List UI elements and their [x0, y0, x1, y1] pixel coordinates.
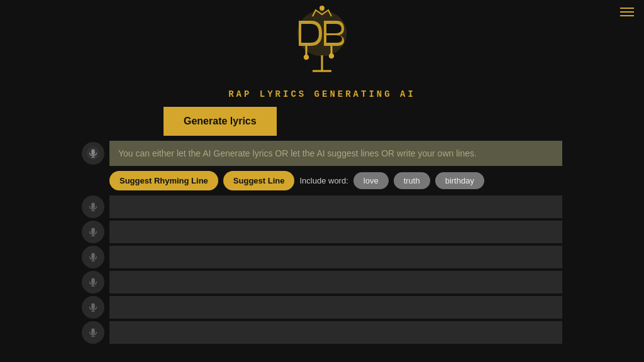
first-lyric-input[interactable] [109, 141, 562, 166]
word-tag-love[interactable]: love [353, 172, 389, 189]
app-subtitle: RAP LYRICS GENERATING AI [228, 89, 416, 99]
hamburger-menu[interactable] [620, 8, 634, 16]
svg-point-7 [319, 6, 325, 11]
lyric-rows [82, 195, 562, 344]
svg-rect-13 [91, 203, 95, 209]
svg-point-4 [330, 54, 333, 58]
first-input-row [82, 141, 562, 166]
lyric-input-7[interactable] [109, 321, 562, 344]
mic-icon-3 [82, 221, 104, 243]
header: RAP LYRICS GENERATING AI [0, 0, 644, 99]
lyric-input-2[interactable] [109, 195, 562, 218]
word-tag-birthday[interactable]: birthday [435, 172, 484, 189]
svg-rect-29 [91, 304, 95, 309]
include-word-label: Include word: [299, 176, 348, 185]
lyric-row [82, 321, 562, 344]
lyric-input-5[interactable] [109, 271, 562, 293]
svg-rect-25 [91, 278, 95, 284]
lyric-row [82, 221, 562, 243]
svg-rect-33 [91, 329, 95, 334]
hamburger-line-3 [620, 15, 634, 16]
mic-icon-6 [82, 296, 104, 319]
svg-rect-17 [91, 228, 95, 234]
suggest-rhyming-button[interactable]: Suggest Rhyming Line [109, 171, 218, 190]
svg-rect-21 [91, 253, 95, 259]
suggest-line-button[interactable]: Suggest Line [223, 171, 295, 190]
hamburger-line-2 [620, 11, 634, 13]
mic-icon-7 [82, 321, 104, 344]
generate-btn-wrapper: Generate lyrics [0, 107, 644, 136]
mic-icon-4 [82, 246, 104, 268]
lyric-row [82, 296, 562, 319]
lyric-row [82, 246, 562, 268]
main-content: Suggest Rhyming Line Suggest Line Includ… [0, 141, 644, 344]
lyric-input-6[interactable] [109, 296, 562, 319]
lyric-input-3[interactable] [109, 221, 562, 243]
mic-icon-1 [82, 142, 104, 165]
action-row: Suggest Rhyming Line Suggest Line Includ… [109, 171, 562, 190]
generate-lyrics-button[interactable]: Generate lyrics [164, 107, 277, 136]
lyric-input-4[interactable] [109, 246, 562, 268]
lyric-row [82, 271, 562, 293]
mic-icon-5 [82, 271, 104, 293]
hamburger-line-1 [620, 8, 634, 9]
lyric-row [82, 195, 562, 218]
svg-point-2 [304, 55, 308, 59]
word-tag-truth[interactable]: truth [394, 172, 430, 189]
mic-icon-2 [82, 195, 104, 218]
logo [281, 5, 363, 87]
svg-rect-9 [91, 150, 95, 155]
